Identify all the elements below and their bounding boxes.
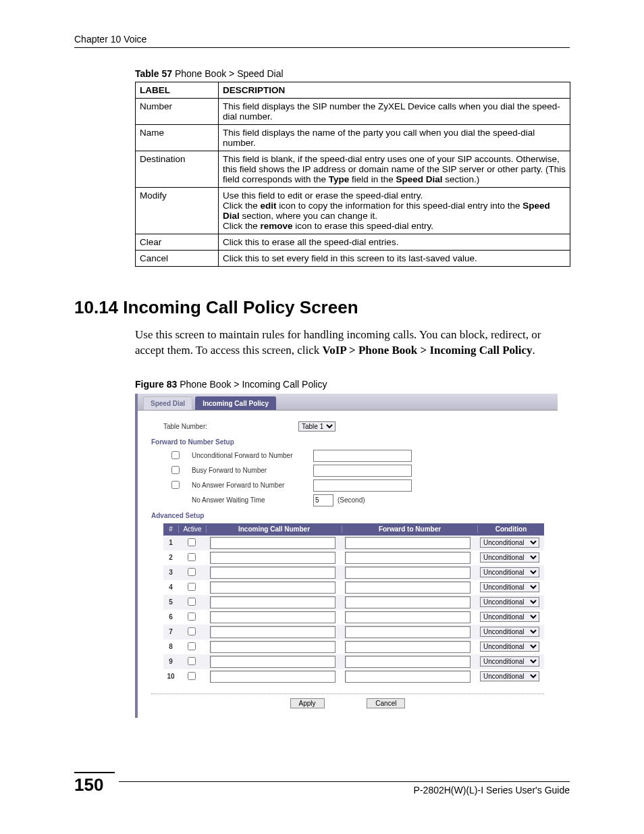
row-forward-number-input[interactable] — [345, 567, 471, 579]
cancel-button[interactable]: Cancel — [367, 698, 405, 708]
table-row: Modify Use this field to edit or erase t… — [136, 188, 570, 234]
row-condition-select[interactable]: Unconditional — [480, 567, 539, 577]
row-forward-number-input[interactable] — [345, 611, 471, 623]
row-number: 5 — [163, 598, 178, 606]
row-number: 6 — [163, 613, 178, 621]
table-row: Name This field displays the name of the… — [136, 125, 570, 151]
row-number: 9 — [163, 658, 178, 665]
advanced-table-row: 7Unconditional — [163, 625, 544, 640]
unconditional-forward-input[interactable] — [313, 450, 412, 462]
row-incoming-number-input[interactable] — [210, 656, 336, 668]
row-active-checkbox[interactable] — [188, 553, 196, 561]
advanced-table-row: 1Unconditional — [163, 536, 544, 550]
row-active-checkbox[interactable] — [188, 627, 196, 635]
row-number: 4 — [163, 583, 178, 591]
row-incoming-number-input[interactable] — [210, 641, 336, 653]
row-active-checkbox[interactable] — [188, 657, 196, 665]
noanswer-forward-input[interactable] — [313, 479, 412, 492]
figure-caption: Figure 83 Phone Book > Incoming Call Pol… — [135, 379, 570, 390]
guide-name: P-2802H(W)(L)-I Series User's Guide — [119, 781, 570, 796]
tab-incoming-call-policy[interactable]: Incoming Call Policy — [195, 396, 276, 410]
row-incoming-number-input[interactable] — [210, 581, 336, 594]
section-title: 10.14 Incoming Call Policy Screen — [74, 297, 570, 318]
apply-button[interactable]: Apply — [290, 698, 325, 708]
row-active-checkbox[interactable] — [188, 672, 196, 680]
advanced-table-row: 5Unconditional — [163, 595, 544, 610]
table-number-select[interactable]: Table 1 — [298, 421, 336, 432]
table57-head-label: LABEL — [136, 82, 219, 99]
row-active-checkbox[interactable] — [188, 568, 196, 576]
table-number-label: Table Number: — [163, 423, 298, 430]
unconditional-forward-label: Unconditional Forward to Number — [192, 452, 313, 459]
table-row: Number This field displays the SIP numbe… — [136, 99, 570, 125]
noanswer-wait-input[interactable] — [313, 494, 333, 506]
row-condition-select[interactable]: Unconditional — [480, 656, 539, 667]
noanswer-wait-label: No Answer Waiting Time — [192, 496, 313, 504]
advanced-setup-title: Advanced Setup — [151, 512, 544, 519]
row-active-checkbox[interactable] — [188, 598, 196, 606]
row-forward-number-input[interactable] — [345, 537, 471, 549]
advanced-table-row: 9Unconditional — [163, 654, 544, 669]
row-condition-select[interactable]: Unconditional — [480, 582, 539, 592]
row-forward-number-input[interactable] — [345, 626, 471, 638]
chapter-header: Chapter 10 Voice — [74, 34, 570, 45]
row-condition-select[interactable]: Unconditional — [480, 612, 539, 622]
row-forward-number-input[interactable] — [345, 552, 471, 564]
row-condition-select[interactable]: Unconditional — [480, 597, 539, 607]
row-incoming-number-input[interactable] — [210, 552, 336, 564]
row-incoming-number-input[interactable] — [210, 626, 336, 638]
row-incoming-number-input[interactable] — [210, 537, 336, 549]
unconditional-forward-checkbox[interactable] — [171, 451, 180, 459]
row-active-checkbox[interactable] — [188, 538, 196, 546]
row-forward-number-input[interactable] — [345, 671, 471, 683]
row-number: 7 — [163, 628, 178, 635]
header-rule — [74, 47, 570, 48]
advanced-table-row: 3Unconditional — [163, 565, 544, 580]
page-number: 150 — [74, 772, 115, 796]
table57: LABEL DESCRIPTION Number This field disp… — [135, 82, 570, 267]
busy-forward-input[interactable] — [313, 465, 412, 477]
row-incoming-number-input[interactable] — [210, 671, 336, 683]
row-number: 8 — [163, 643, 178, 650]
busy-forward-checkbox[interactable] — [171, 466, 180, 474]
noanswer-forward-label: No Answer Forward to Number — [192, 481, 313, 489]
screenshot-panel: Speed Dial Incoming Call Policy Table Nu… — [135, 394, 558, 718]
table57-head-desc: DESCRIPTION — [219, 82, 570, 99]
busy-forward-label: Busy Forward to Number — [192, 467, 313, 474]
row-number: 2 — [163, 554, 178, 561]
row-forward-number-input[interactable] — [345, 581, 471, 594]
row-forward-number-input[interactable] — [345, 656, 471, 668]
row-forward-number-input[interactable] — [345, 641, 471, 653]
row-active-checkbox[interactable] — [188, 583, 196, 591]
tab-bar: Speed Dial Incoming Call Policy — [138, 394, 558, 411]
row-number: 10 — [163, 673, 178, 680]
row-number: 3 — [163, 569, 178, 576]
row-condition-select[interactable]: Unconditional — [480, 627, 539, 637]
tab-speed-dial[interactable]: Speed Dial — [143, 396, 192, 410]
row-condition-select[interactable]: Unconditional — [480, 552, 539, 563]
table57-caption: Table 57 Phone Book > Speed Dial — [135, 68, 570, 79]
row-active-checkbox[interactable] — [188, 642, 196, 650]
row-incoming-number-input[interactable] — [210, 567, 336, 579]
advanced-table-row: 6Unconditional — [163, 610, 544, 625]
advanced-table-row: 8Unconditional — [163, 640, 544, 654]
row-incoming-number-input[interactable] — [210, 596, 336, 608]
row-condition-select[interactable]: Unconditional — [480, 642, 539, 652]
table-row: Destination This field is blank, if the … — [136, 151, 570, 188]
row-condition-select[interactable]: Unconditional — [480, 538, 539, 548]
section-body: Use this screen to maintain rules for ha… — [135, 328, 570, 359]
forward-setup-title: Forward to Number Setup — [151, 438, 544, 446]
row-number: 1 — [163, 539, 178, 546]
row-condition-select[interactable]: Unconditional — [480, 671, 539, 681]
row-incoming-number-input[interactable] — [210, 611, 336, 623]
table-row: Cancel Click this to set every field in … — [136, 251, 570, 267]
advanced-table-row: 4Unconditional — [163, 580, 544, 595]
noanswer-wait-unit: (Second) — [338, 496, 365, 504]
row-active-checkbox[interactable] — [188, 613, 196, 621]
advanced-table-row: 2Unconditional — [163, 550, 544, 565]
advanced-table-row: 10Unconditional — [163, 669, 544, 684]
table-row: Clear Click this to erase all the speed-… — [136, 234, 570, 251]
noanswer-forward-checkbox[interactable] — [171, 481, 180, 489]
advanced-table-header: # Active Incoming Call Number Forward to… — [163, 523, 544, 536]
row-forward-number-input[interactable] — [345, 596, 471, 608]
